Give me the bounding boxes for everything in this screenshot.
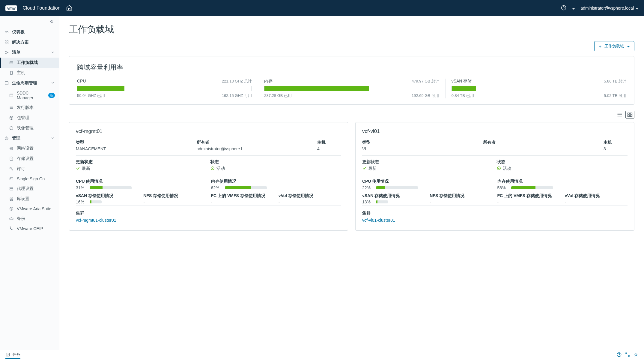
usage-label: NFS 存储使用情况 xyxy=(143,193,206,199)
grid-view-button[interactable] xyxy=(625,111,634,118)
meta-label: 所有者 xyxy=(483,140,600,145)
globe-icon xyxy=(9,146,14,151)
svg-rect-2 xyxy=(5,41,6,42)
svg-rect-24 xyxy=(628,113,630,114)
sidebar-item-license[interactable]: 许可 xyxy=(0,164,59,174)
sidebar-item-label: 库设置 xyxy=(17,196,29,202)
svg-point-1 xyxy=(564,9,564,9)
cap-used: 287.28 GB 已用 xyxy=(264,93,292,98)
meta-label: 类型 xyxy=(362,140,479,145)
home-button[interactable] xyxy=(66,4,73,12)
sidebar-item-label: 管理 xyxy=(12,136,20,141)
sidebar-item-label: 包管理 xyxy=(17,115,29,121)
tree-icon xyxy=(4,50,9,55)
svg-rect-3 xyxy=(7,41,8,42)
meta-value: MANAGEMENT xyxy=(76,146,193,151)
cluster-link[interactable]: vcf-mgmt01-cluster01 xyxy=(76,218,116,223)
svg-rect-9 xyxy=(10,62,13,64)
usage-value: - xyxy=(143,200,206,204)
meta-value: 4 xyxy=(317,146,341,151)
vmw-logo: vmw xyxy=(5,5,17,11)
sidebar-item-depot[interactable]: 库设置 xyxy=(0,194,59,204)
sidebar-item-solutions[interactable]: 解决方案 xyxy=(0,37,59,47)
sidebar-item-storage[interactable]: 存储设置 xyxy=(0,154,59,164)
usage-bar xyxy=(90,200,102,203)
svg-point-32 xyxy=(619,356,619,356)
cap-used: 0.84 TB 已用 xyxy=(452,93,474,98)
domain-card: vcf-mgmt01 类型 MANAGEMENT 所有者 administrat… xyxy=(69,122,348,231)
sidebar-item-backup[interactable]: 备份 xyxy=(0,214,59,224)
sidebar-item-label: 存储设置 xyxy=(17,156,34,161)
help-icon[interactable] xyxy=(561,5,567,12)
cluster-label: 集群 xyxy=(76,211,341,216)
sidebar-item-images[interactable]: 映像管理 xyxy=(0,123,59,133)
usage-label: NFS 存储使用情况 xyxy=(430,193,492,199)
usage-label: FC 上的 VMFS 存储使用情况 xyxy=(497,193,560,199)
server-icon xyxy=(9,186,14,191)
sidebar-item-label: 解决方案 xyxy=(12,40,29,45)
sidebar-item-hosts[interactable]: 主机 xyxy=(0,68,59,78)
svg-rect-12 xyxy=(10,94,13,97)
capacity-vsan: vSAN 存储 5.86 TB 总计 0.84 TB 已用 5.02 TB 可用 xyxy=(445,79,626,98)
svg-rect-4 xyxy=(5,43,6,44)
plus-icon: + xyxy=(599,44,601,49)
sidebar-item-label: 发行版本 xyxy=(17,105,34,110)
svg-point-15 xyxy=(10,157,13,158)
sidebar-item-inventory[interactable]: 清单 xyxy=(0,47,59,58)
sidebar-item-aria[interactable]: VMware Aria Suite xyxy=(0,204,59,214)
user-menu[interactable]: administrator@vsphere.local xyxy=(580,6,639,10)
svg-rect-20 xyxy=(10,189,13,190)
check-icon xyxy=(76,166,80,171)
sidebar-item-workload-domains[interactable]: 工作负载域 xyxy=(0,58,59,68)
chevron-up-icon[interactable] xyxy=(633,352,639,358)
view-toggle xyxy=(69,111,634,118)
sidebar-item-label: VMware Aria Suite xyxy=(17,206,51,211)
svg-rect-19 xyxy=(10,187,13,188)
sidebar-item-label: 工作负载域 xyxy=(17,60,38,65)
sidebar-item-ceip[interactable]: VMware CEIP xyxy=(0,224,59,233)
sidebar-item-sso[interactable]: Single Sign On xyxy=(0,174,59,184)
sidebar-item-bundles[interactable]: 包管理 xyxy=(0,113,59,123)
svg-rect-25 xyxy=(631,113,632,114)
status-label: 更新状态 xyxy=(362,159,493,165)
sidebar-item-lifecycle[interactable]: 生命周期管理 xyxy=(0,78,59,88)
capacity-title: 跨域容量利用率 xyxy=(77,63,626,72)
cluster-link[interactable]: vcf-vi01-cluster01 xyxy=(362,218,395,223)
active-icon xyxy=(497,166,501,171)
active-icon xyxy=(210,166,215,171)
lifecycle-icon xyxy=(4,81,9,86)
gauge-icon xyxy=(4,30,9,34)
tasks-tab[interactable]: 任务 xyxy=(5,352,20,359)
sidebar-item-network[interactable]: 网络设置 xyxy=(0,143,59,154)
window-icon xyxy=(9,93,14,98)
capacity-bar-fill xyxy=(264,86,369,91)
chevron-down-icon xyxy=(627,45,630,48)
svg-point-13 xyxy=(6,138,7,139)
list-view-button[interactable] xyxy=(615,111,624,118)
sidebar-item-label: 许可 xyxy=(17,166,25,172)
svg-point-6 xyxy=(5,51,6,52)
usage-value: - xyxy=(430,200,492,204)
cap-avail: 162.15 GHZ 可用 xyxy=(222,93,252,98)
usage-pct: 62% xyxy=(211,185,222,190)
expand-icon[interactable] xyxy=(625,352,630,358)
sidebar-item-admin[interactable]: 管理 xyxy=(0,133,59,143)
usage-label: vVol 存储使用情况 xyxy=(279,193,341,199)
sidebar-item-dashboard[interactable]: 仪表板 xyxy=(0,27,59,37)
sidebar-item-label: VMware CEIP xyxy=(17,226,43,231)
usage-value: - xyxy=(497,200,560,204)
sidebar-item-sddc-manager[interactable]: SDDC Manager 新 xyxy=(0,88,59,103)
sidebar-item-proxy[interactable]: 代理设置 xyxy=(0,184,59,194)
host-icon xyxy=(9,70,14,75)
help-icon[interactable] xyxy=(616,352,622,358)
status-value-text: 活动 xyxy=(503,166,511,171)
collapse-sidebar-button[interactable] xyxy=(0,16,59,27)
sidebar-item-label: 网络设置 xyxy=(17,146,34,151)
cap-avail: 5.02 TB 可用 xyxy=(604,93,626,98)
add-workload-domain-button[interactable]: + 工作负载域 xyxy=(594,41,634,51)
domain-icon xyxy=(9,60,14,65)
usage-pct: 13% xyxy=(362,200,373,204)
chevron-down-icon[interactable] xyxy=(572,7,575,10)
sidebar-item-releases[interactable]: 发行版本 xyxy=(0,103,59,113)
usage-bar xyxy=(90,186,132,189)
